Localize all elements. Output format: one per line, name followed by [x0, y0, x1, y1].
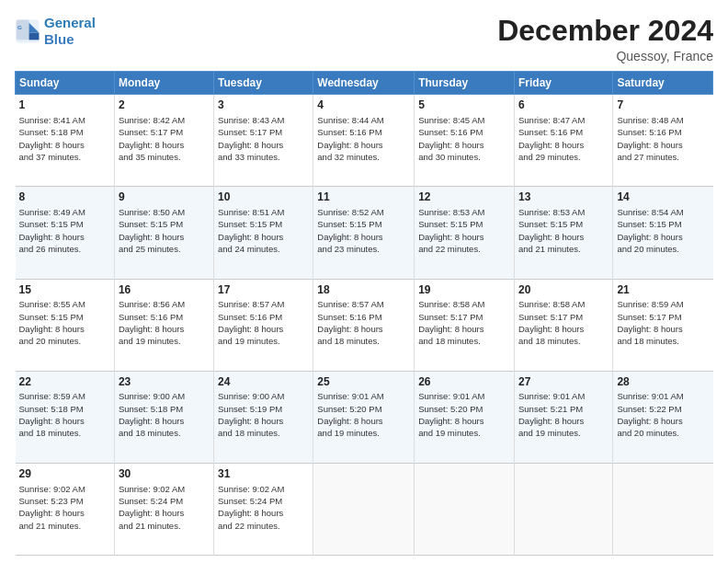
- cell-line: and 22 minutes.: [418, 243, 510, 255]
- cell-line: Daylight: 8 hours: [218, 323, 309, 335]
- week-row-2: 8Sunrise: 8:49 AMSunset: 5:15 PMDaylight…: [16, 187, 713, 279]
- cell-line: and 18 minutes.: [617, 335, 709, 347]
- cell-line: Sunrise: 8:58 AM: [518, 298, 609, 310]
- calendar-cell: 16Sunrise: 8:56 AMSunset: 5:16 PMDayligh…: [114, 279, 213, 371]
- cell-line: Sunrise: 8:55 AM: [19, 298, 110, 310]
- cell-line: Sunset: 5:24 PM: [218, 495, 309, 507]
- calendar-cell: 8Sunrise: 8:49 AMSunset: 5:15 PMDaylight…: [16, 187, 115, 279]
- cell-line: and 23 minutes.: [317, 243, 410, 255]
- logo-line2: Blue: [44, 31, 74, 47]
- cell-line: and 18 minutes.: [119, 427, 210, 439]
- cell-line: Daylight: 8 hours: [19, 231, 110, 243]
- cell-line: Sunrise: 8:59 AM: [19, 390, 110, 402]
- header-row: SundayMondayTuesdayWednesdayThursdayFrid…: [16, 72, 713, 95]
- day-number: 25: [317, 374, 410, 390]
- cell-line: and 18 minutes.: [418, 335, 510, 347]
- logo-icon: G: [15, 18, 40, 44]
- header: G General Blue December 2024 Quessoy, Fr…: [15, 15, 713, 63]
- day-number: 26: [418, 374, 510, 390]
- cell-line: Sunrise: 9:01 AM: [518, 390, 609, 402]
- cell-line: Daylight: 8 hours: [119, 231, 210, 243]
- cell-line: Sunset: 5:19 PM: [218, 403, 309, 415]
- cell-line: Sunrise: 9:02 AM: [218, 483, 309, 495]
- calendar-cell: 19Sunrise: 8:58 AMSunset: 5:17 PMDayligh…: [415, 279, 515, 371]
- logo-line1: General: [44, 15, 96, 30]
- cell-line: Sunset: 5:15 PM: [317, 218, 410, 230]
- day-number: 8: [19, 190, 110, 205]
- cell-line: Daylight: 8 hours: [19, 415, 110, 427]
- cell-line: Sunrise: 9:01 AM: [317, 390, 410, 402]
- cell-line: Sunrise: 8:44 AM: [317, 114, 410, 126]
- cell-line: Sunrise: 8:42 AM: [119, 114, 210, 126]
- cell-line: and 37 minutes.: [19, 151, 110, 163]
- day-number: 23: [119, 374, 210, 390]
- calendar-cell: 14Sunrise: 8:54 AMSunset: 5:15 PMDayligh…: [613, 187, 713, 279]
- cell-line: Sunset: 5:18 PM: [119, 403, 210, 415]
- cell-line: Daylight: 8 hours: [317, 139, 410, 151]
- cell-line: Sunset: 5:24 PM: [119, 495, 210, 507]
- calendar-cell: [313, 463, 415, 555]
- calendar-cell: 25Sunrise: 9:01 AMSunset: 5:20 PMDayligh…: [313, 371, 415, 463]
- calendar-cell: 5Sunrise: 8:45 AMSunset: 5:16 PMDaylight…: [415, 95, 515, 187]
- cell-line: Daylight: 8 hours: [418, 139, 510, 151]
- calendar-cell: 12Sunrise: 8:53 AMSunset: 5:15 PMDayligh…: [415, 187, 515, 279]
- cell-line: and 20 minutes.: [19, 335, 110, 347]
- calendar-cell: 24Sunrise: 9:00 AMSunset: 5:19 PMDayligh…: [214, 371, 313, 463]
- cell-line: Sunset: 5:23 PM: [19, 495, 110, 507]
- title-block: December 2024 Quessoy, France: [497, 15, 713, 63]
- calendar-cell: 28Sunrise: 9:01 AMSunset: 5:22 PMDayligh…: [613, 371, 713, 463]
- cell-line: Sunset: 5:16 PM: [518, 126, 609, 138]
- cell-line: Daylight: 8 hours: [317, 231, 410, 243]
- day-number: 12: [418, 190, 510, 205]
- day-number: 16: [119, 282, 210, 298]
- cell-line: Sunrise: 8:58 AM: [418, 298, 510, 310]
- cell-line: Daylight: 8 hours: [19, 323, 110, 335]
- calendar-cell: 26Sunrise: 9:01 AMSunset: 5:20 PMDayligh…: [415, 371, 515, 463]
- calendar-cell: 18Sunrise: 8:57 AMSunset: 5:16 PMDayligh…: [313, 279, 415, 371]
- cell-line: Sunrise: 9:02 AM: [19, 483, 110, 495]
- calendar-cell: 20Sunrise: 8:58 AMSunset: 5:17 PMDayligh…: [514, 279, 612, 371]
- cell-line: Daylight: 8 hours: [617, 323, 709, 335]
- cell-line: Sunrise: 8:50 AM: [119, 206, 210, 218]
- day-number: 7: [617, 98, 709, 113]
- week-row-4: 22Sunrise: 8:59 AMSunset: 5:18 PMDayligh…: [16, 371, 713, 463]
- day-number: 15: [19, 282, 110, 298]
- day-number: 1: [19, 98, 110, 113]
- cell-line: Sunrise: 8:52 AM: [317, 206, 410, 218]
- cell-line: and 30 minutes.: [418, 151, 510, 163]
- cell-line: Daylight: 8 hours: [418, 415, 510, 427]
- cell-line: Daylight: 8 hours: [218, 139, 309, 151]
- week-row-1: 1Sunrise: 8:41 AMSunset: 5:18 PMDaylight…: [16, 95, 713, 187]
- day-number: 28: [617, 374, 709, 390]
- cell-line: and 19 minutes.: [317, 427, 410, 439]
- cell-line: and 25 minutes.: [119, 243, 210, 255]
- page: G General Blue December 2024 Quessoy, Fr…: [0, 0, 728, 563]
- day-number: 27: [518, 374, 609, 390]
- cell-line: and 18 minutes.: [518, 335, 609, 347]
- cell-line: and 27 minutes.: [617, 151, 709, 163]
- cell-line: Sunset: 5:17 PM: [518, 311, 609, 323]
- cell-line: and 26 minutes.: [19, 243, 110, 255]
- cell-line: Sunrise: 9:01 AM: [418, 390, 510, 402]
- cell-line: Sunset: 5:15 PM: [19, 218, 110, 230]
- cell-line: Sunrise: 8:56 AM: [119, 298, 210, 310]
- cell-line: and 19 minutes.: [518, 427, 609, 439]
- cell-line: Sunset: 5:16 PM: [119, 311, 210, 323]
- cell-line: Sunset: 5:16 PM: [418, 126, 510, 138]
- cell-line: and 29 minutes.: [518, 151, 609, 163]
- cell-line: Daylight: 8 hours: [418, 323, 510, 335]
- calendar-cell: 4Sunrise: 8:44 AMSunset: 5:16 PMDaylight…: [313, 95, 415, 187]
- cell-line: Sunset: 5:15 PM: [418, 218, 510, 230]
- cell-line: Daylight: 8 hours: [119, 139, 210, 151]
- cell-line: Daylight: 8 hours: [119, 323, 210, 335]
- cell-line: Sunset: 5:15 PM: [19, 311, 110, 323]
- calendar-cell: 21Sunrise: 8:59 AMSunset: 5:17 PMDayligh…: [613, 279, 713, 371]
- cell-line: Sunset: 5:15 PM: [119, 218, 210, 230]
- day-number: 18: [317, 282, 410, 298]
- day-number: 30: [119, 466, 210, 482]
- day-number: 5: [418, 98, 510, 113]
- cell-line: and 32 minutes.: [317, 151, 410, 163]
- calendar-cell: 22Sunrise: 8:59 AMSunset: 5:18 PMDayligh…: [16, 371, 115, 463]
- calendar-cell: 29Sunrise: 9:02 AMSunset: 5:23 PMDayligh…: [16, 463, 115, 555]
- calendar-cell: 3Sunrise: 8:43 AMSunset: 5:17 PMDaylight…: [214, 95, 313, 187]
